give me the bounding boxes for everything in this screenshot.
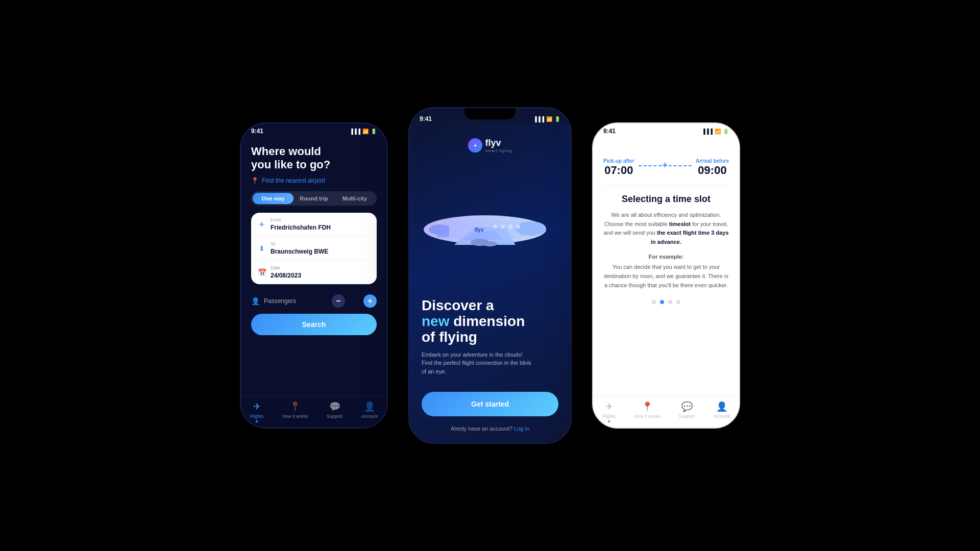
center-header: ✦ flyv smart flying — [409, 122, 571, 153]
signal-icon: ▐▐▐ — [350, 129, 360, 134]
nav-account[interactable]: 👤 Account — [361, 401, 378, 422]
flight-form: ✈ From Friedrichshafen FDH ⬇ To Braunsch… — [251, 213, 377, 284]
location-icon: 📍 — [251, 177, 259, 184]
support-icon: 💬 — [329, 401, 340, 412]
divider — [603, 185, 729, 186]
status-icons-center: ▐▐▐ 📶 🔋 — [533, 116, 560, 122]
plane-svg: flyv — [413, 189, 556, 260]
pickup-label: Pick-up after — [603, 158, 634, 164]
phone-center: 9:41 ▐▐▐ 📶 🔋 — [408, 107, 572, 444]
wifi-icon-center: 📶 — [546, 116, 552, 122]
nav-how-it-works-right[interactable]: 📍 How it works — [634, 401, 660, 422]
arrival-label: Arrival before — [696, 158, 729, 164]
dot-1 — [652, 300, 656, 304]
notch — [464, 108, 516, 119]
from-field[interactable]: ✈ From Friedrichshafen FDH — [257, 213, 371, 237]
dot-4 — [676, 300, 680, 304]
active-dot — [256, 420, 258, 422]
nav-how-it-works[interactable]: 📍 How it works — [282, 401, 308, 422]
login-link[interactable]: Log in — [514, 425, 529, 432]
time-right: 9:41 — [603, 128, 616, 135]
status-icons-left: ▐▐▐ 📶 🔋 — [350, 129, 377, 134]
nav-support-right[interactable]: 💬 Support — [679, 401, 695, 422]
center-text-content: Discover a new dimension of flying Embar… — [409, 298, 571, 375]
signal-icon-right: ▐▐▐ — [702, 129, 713, 134]
flights-icon-right: ✈ — [605, 401, 613, 412]
status-bar-left: 9:41 ▐▐▐ 📶 🔋 — [241, 123, 387, 135]
pickup-col: Pick-up after 07:00 — [603, 158, 634, 177]
tab-one-way[interactable]: One way — [253, 193, 293, 204]
arrival-time: 09:00 — [696, 164, 729, 177]
calendar-icon: 📅 — [257, 268, 266, 277]
status-icons-right: ▐▐▐ 📶 🔋 — [702, 129, 729, 134]
flight-path-line: ✈ — [634, 165, 696, 166]
logo-text: flyv — [485, 138, 512, 148]
search-button[interactable]: Search — [251, 314, 377, 335]
active-dot-right — [608, 420, 610, 422]
passengers-row: 👤 Passengers − 1 + — [251, 290, 377, 312]
flight-type-tabs: One way Round trip Multi-city — [251, 191, 377, 206]
center-phone-content: ✦ flyv smart flying — [409, 122, 571, 444]
left-phone-content: Where would you like to go? 📍 Find the n… — [241, 135, 387, 335]
account-icon: 👤 — [364, 401, 375, 412]
nav-account-right[interactable]: 👤 Account — [713, 401, 730, 422]
battery-icon: 🔋 — [371, 129, 377, 134]
flights-icon: ✈ — [253, 401, 261, 412]
battery-icon-center: 🔋 — [554, 116, 560, 122]
tab-round-trip[interactable]: Round trip — [293, 193, 334, 204]
arrival-icon: ⬇ — [257, 244, 266, 253]
how-it-works-icon: 📍 — [289, 401, 301, 412]
how-it-works-icon-right: 📍 — [642, 401, 653, 412]
battery-icon-right: 🔋 — [723, 129, 729, 134]
passengers-icon: 👤 — [251, 297, 260, 305]
to-field[interactable]: ⬇ To Braunschweig BWE — [257, 237, 371, 261]
logo-icon: ✦ — [473, 143, 477, 148]
tab-multi-city[interactable]: Multi-city — [334, 193, 375, 204]
passengers-count: 1 — [349, 297, 359, 305]
logo-tagline: smart flying — [485, 148, 512, 153]
pagination-dots — [603, 300, 729, 304]
from-field-text: From Friedrichshafen FDH — [271, 217, 371, 232]
nav-flights-right[interactable]: ✈ Flights — [602, 401, 616, 422]
increase-passengers-btn[interactable]: + — [363, 294, 377, 308]
phone-right: 9:41 ▐▐▐ 📶 🔋 Pick-up after 07:00 ✈ — [592, 122, 740, 429]
dot-2-active — [660, 300, 664, 304]
example-text: You can decide that you want to get to y… — [603, 263, 729, 290]
flyv-logo: ✦ flyv smart flying — [468, 138, 512, 153]
get-started-button[interactable]: Get started — [422, 392, 558, 416]
signal-icon-center: ▐▐▐ — [533, 116, 544, 122]
date-field-text: Date 24/08/2023 — [271, 265, 371, 280]
svg-point-18 — [424, 215, 546, 244]
plane-illustration: flyv — [409, 189, 571, 260]
date-field[interactable]: 📅 Date 24/08/2023 — [257, 261, 371, 284]
already-have-account: Alredy have an account? Log in — [409, 425, 571, 432]
plane-path-icon: ✈ — [662, 161, 668, 169]
page-title: Where would you like to go? — [251, 145, 377, 172]
selecting-title: Selecting a time slot — [603, 194, 729, 205]
dot-3 — [668, 300, 672, 304]
arrival-col: Arrival before 09:00 — [696, 158, 729, 177]
support-icon-right: 💬 — [681, 401, 693, 412]
headline: Discover a new dimension of flying — [422, 298, 558, 345]
example-label: For example: — [603, 254, 729, 260]
nav-flights[interactable]: ✈ Flights — [250, 401, 264, 422]
dashed-line: ✈ — [639, 165, 692, 166]
bottom-nav-left: ✈ Flights 📍 How it works 💬 Support 👤 Acc… — [241, 396, 387, 428]
wifi-icon: 📶 — [362, 129, 369, 134]
time-left: 9:41 — [251, 128, 263, 135]
to-field-text: To Braunschweig BWE — [271, 241, 371, 256]
time-slot-header: Pick-up after 07:00 ✈ Arrival before 09:… — [603, 152, 729, 181]
departure-icon: ✈ — [257, 220, 266, 229]
selecting-desc: We are all about efficiency and optimiza… — [603, 211, 729, 246]
phone-left: 9:41 ▐▐▐ 📶 🔋 Where would you like to go?… — [240, 122, 388, 429]
decrease-passengers-btn[interactable]: − — [332, 294, 345, 308]
find-airport-btn[interactable]: 📍 Find the nearest airport — [251, 177, 377, 184]
nav-support[interactable]: 💬 Support — [327, 401, 343, 422]
account-icon-right: 👤 — [716, 401, 727, 412]
wifi-icon-right: 📶 — [715, 129, 721, 134]
logo-circle: ✦ — [468, 138, 482, 153]
time-center: 9:41 — [420, 115, 432, 122]
pickup-time: 07:00 — [603, 164, 634, 177]
right-phone-content: Pick-up after 07:00 ✈ Arrival before 09:… — [593, 135, 739, 304]
bottom-nav-right: ✈ Flights 📍 How it works 💬 Support 👤 Acc… — [593, 396, 739, 428]
